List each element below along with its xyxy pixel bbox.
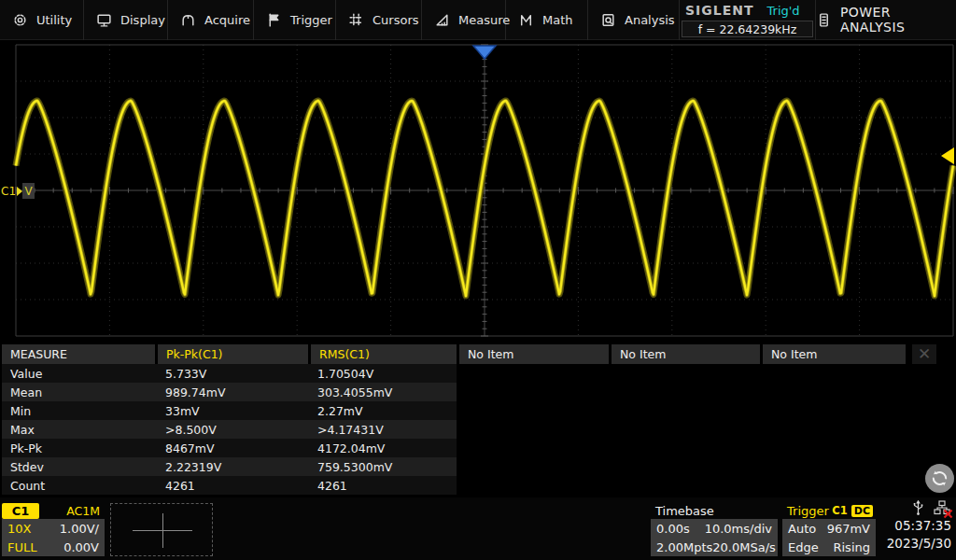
- measure-row-min: Min 33mV 2.27mV: [2, 401, 457, 420]
- acquire-icon: [180, 12, 196, 28]
- row-value-1: 2.22319V: [157, 460, 309, 474]
- power-analysis-icon: [816, 12, 832, 28]
- trigger-source: C1: [832, 504, 847, 517]
- channel-unit-label: V: [22, 183, 35, 199]
- channel1-badge[interactable]: C1: [2, 503, 39, 519]
- menu-utility[interactable]: Utility: [0, 0, 84, 40]
- menu-utility-label: Utility: [36, 13, 72, 27]
- trigger-status: Trig'd: [767, 4, 800, 18]
- row-value-1: 33mV: [157, 404, 309, 418]
- measure-row-mean: Mean 989.74mV 303.4055mV: [2, 383, 457, 401]
- gear-icon: [12, 12, 28, 28]
- trigger-title: Trigger: [787, 504, 829, 518]
- menu-trigger[interactable]: Trigger: [254, 0, 336, 40]
- row-label: Value: [2, 367, 157, 381]
- measure-row-stdev: Stdev 2.22319V 759.5300mV: [2, 457, 457, 476]
- row-value-2: 303.4055mV: [309, 385, 457, 399]
- measure-slot-1[interactable]: Pk-Pk(C1): [158, 344, 308, 364]
- lan-disconnected-icon: [934, 500, 950, 517]
- crosshair-icon: [162, 513, 163, 548]
- menu-math[interactable]: Math: [506, 0, 588, 40]
- trigger-type: Edge: [788, 540, 819, 554]
- menu-trigger-label: Trigger: [290, 13, 332, 27]
- row-label: Min: [2, 404, 157, 418]
- siglent-logo: SIGLENT: [680, 3, 754, 18]
- row-label: Pk-Pk: [2, 441, 157, 455]
- menu-cursors[interactable]: Cursors: [336, 0, 422, 40]
- trigger-descriptor[interactable]: Trigger C1 DC Auto 967mV Edge Rising: [782, 502, 876, 556]
- display-icon: [96, 12, 112, 28]
- measure-header-row: MEASURE Pk-Pk(C1) RMS(C1) No Item No Ite…: [2, 344, 935, 364]
- channel1-coupling: AC1M: [66, 504, 105, 518]
- math-icon: [518, 12, 534, 28]
- frequency-counter: f = 22.64239kHz: [682, 21, 813, 37]
- menu-display[interactable]: Display: [84, 0, 168, 40]
- clock: 05:37:35 2023/5/30: [868, 517, 951, 553]
- menu-math-label: Math: [542, 13, 573, 27]
- measure-header-title: MEASURE: [2, 344, 155, 364]
- measure-slot-4[interactable]: No Item: [612, 344, 760, 364]
- trigger-slope: Rising: [833, 540, 870, 554]
- row-label: Mean: [2, 385, 157, 399]
- trigger-coupling-badge: DC: [851, 505, 873, 517]
- row-value-2: 4172.04mV: [309, 441, 457, 455]
- row-value-2: 4261: [309, 479, 457, 493]
- circular-arrows-icon: [929, 468, 950, 489]
- row-value-2: >4.17431V: [309, 423, 457, 437]
- measure-row-max: Max >8.500V >4.17431V: [2, 420, 457, 439]
- time-display: 05:37:35: [868, 517, 951, 535]
- menu-acquire[interactable]: Acquire: [168, 0, 254, 40]
- power-analysis-label: POWER ANALYSIS: [840, 5, 956, 35]
- menu-bar: Utility Display Acquire Trigger Cursors …: [0, 0, 956, 40]
- channel1-scale: 1.00V/: [60, 522, 99, 536]
- row-value-1: >8.500V: [157, 423, 309, 437]
- power-analysis-button[interactable]: POWER ANALYSIS: [816, 0, 956, 39]
- analysis-icon: [600, 12, 616, 28]
- channel1-atten: 10X: [7, 522, 31, 536]
- menu-analysis[interactable]: Analysis: [588, 0, 680, 40]
- trigger-level-marker: [941, 147, 954, 164]
- status-block: SIGLENT Trig'd f = 22.64239kHz: [680, 0, 816, 40]
- touch-gesture-button[interactable]: [925, 464, 954, 493]
- row-label: Stdev: [2, 460, 157, 474]
- timebase-samplerate: 20.0MSa/s: [712, 540, 776, 554]
- channel1-descriptor[interactable]: C1 AC1M 10X 1.00V/ FULL 0.00V: [2, 502, 105, 556]
- date-display: 2023/5/30: [868, 535, 951, 553]
- trigger-position-marker: [473, 46, 496, 59]
- channel-zero-label: C1: [1, 185, 16, 198]
- row-label: Max: [2, 423, 157, 437]
- cursors-icon: [348, 12, 364, 28]
- measure-icon: [434, 12, 450, 28]
- measure-row-value: Value 5.733V 1.70504V: [2, 364, 457, 383]
- row-value-2: 2.27mV: [309, 404, 457, 418]
- row-value-1: 989.74mV: [157, 385, 309, 399]
- measure-slot-5[interactable]: No Item: [763, 344, 906, 364]
- add-channel-slot[interactable]: [110, 503, 213, 556]
- measure-panel: MEASURE Pk-Pk(C1) RMS(C1) No Item No Ite…: [2, 344, 935, 495]
- bottom-status-bar: C1 AC1M 10X 1.00V/ FULL 0.00V Timebase 0…: [0, 497, 956, 560]
- menu-display-label: Display: [120, 13, 165, 27]
- menu-analysis-label: Analysis: [625, 13, 675, 27]
- waveform-plot: [0, 40, 956, 343]
- channel1-bandwidth: FULL: [7, 540, 36, 554]
- measure-slot-2[interactable]: RMS(C1): [311, 344, 457, 364]
- timebase-descriptor[interactable]: Timebase 0.00s 10.0ms/div 2.00Mpts 20.0M…: [651, 502, 778, 556]
- close-measure-button[interactable]: ✕: [912, 344, 936, 364]
- trigger-mode: Auto: [788, 522, 816, 536]
- measure-row-count: Count 4261 4261: [2, 476, 457, 495]
- timebase-points: 2.00Mpts: [656, 540, 712, 554]
- measure-slot-3[interactable]: No Item: [459, 344, 609, 364]
- menu-cursors-label: Cursors: [373, 13, 419, 27]
- row-value-2: 759.5300mV: [309, 460, 457, 474]
- menu-measure-label: Measure: [458, 13, 510, 27]
- trigger-flag-icon: [266, 12, 282, 28]
- timebase-scale: 10.0ms/div: [705, 522, 772, 536]
- row-value-1: 4261: [157, 479, 309, 493]
- channel1-offset: 0.00V: [63, 540, 99, 554]
- menu-measure[interactable]: Measure: [422, 0, 506, 40]
- scope-display[interactable]: C1 V: [0, 40, 956, 343]
- channel-zero-marker[interactable]: C1 V: [1, 183, 35, 199]
- measure-row-pkpk: Pk-Pk 8467mV 4172.04mV: [2, 439, 457, 457]
- row-value-1: 8467mV: [157, 441, 309, 455]
- timebase-title: Timebase: [655, 504, 714, 518]
